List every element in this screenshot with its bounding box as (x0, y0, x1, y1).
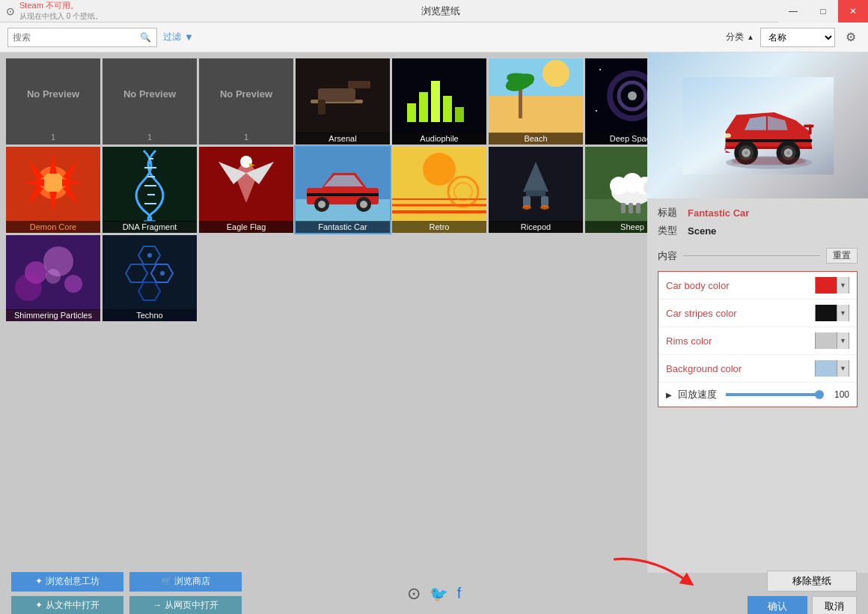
list-item[interactable]: No Preview 1 (103, 58, 197, 145)
rims-color-dropdown-icon[interactable]: ▼ (837, 332, 849, 349)
reset-button[interactable]: 重置 (826, 248, 858, 264)
content-label: 内容 (658, 249, 677, 263)
rims-color-label: Rims color (666, 335, 815, 347)
grid-item-label: Beach (489, 133, 583, 145)
svg-rect-69 (526, 190, 545, 196)
svg-point-13 (542, 60, 569, 87)
speed-slider[interactable] (726, 393, 819, 396)
confirm-button[interactable]: 确认 (748, 596, 807, 615)
car-body-color-dropdown-icon[interactable]: ▼ (837, 277, 849, 294)
list-item[interactable]: Demon Core (6, 147, 100, 233)
no-preview-count: 1 (244, 133, 248, 142)
maximize-button[interactable]: □ (808, 0, 838, 22)
list-item[interactable]: Techno (103, 235, 197, 321)
settings-gear-button[interactable]: ⚙ (841, 28, 861, 47)
title-row: 标题 Fantastic Car (658, 206, 858, 219)
bottom-btn-row-2: ✦ 从文件中打开 → 从网页中打开 (11, 596, 242, 615)
svg-rect-83 (636, 203, 641, 213)
svg-rect-82 (629, 203, 633, 213)
background-color-dropdown-icon[interactable]: ▼ (837, 360, 849, 377)
svg-point-23 (596, 110, 597, 112)
titlebar-left: ⊙ Steam 不可用。 从现在中找入 0 个壁纸。 (0, 0, 103, 22)
no-preview-text: No Preview (220, 88, 272, 100)
sort-section: 分类 ▲ (726, 31, 754, 43)
svg-point-21 (599, 69, 601, 70)
list-item[interactable]: Arsenal (296, 58, 390, 145)
list-item[interactable]: DNA Fragment (103, 147, 197, 233)
speed-slider-fill (726, 393, 819, 396)
grid-item-label: Ricepod (489, 221, 583, 233)
rims-color-button[interactable]: ▼ (815, 332, 849, 349)
car-stripes-color-dropdown-icon[interactable]: ▼ (837, 305, 849, 321)
list-item[interactable]: No Preview 1 (199, 58, 293, 145)
meta-section: 标题 Fantastic Car 类型 Scene (647, 198, 868, 245)
type-label: 类型 (658, 224, 688, 237)
steam-icon-small: ⊙ (6, 5, 15, 17)
background-color-button[interactable]: ▼ (815, 360, 849, 377)
remove-wallpaper-button[interactable]: 移除壁纸 (767, 571, 857, 592)
background-swatch (816, 360, 837, 377)
list-item[interactable]: Ricepod (489, 147, 583, 233)
no-preview-text: No Preview (27, 88, 79, 100)
title-value: Fantastic Car (688, 207, 749, 219)
svg-point-110 (786, 151, 789, 154)
title-label: 标题 (658, 206, 688, 219)
search-icon[interactable]: 🔍 (140, 32, 151, 43)
speed-expand-icon[interactable]: ▶ (666, 391, 672, 399)
list-item[interactable]: Shimmering Particles (6, 235, 100, 321)
right-toolbar: 分类 ▲ 名称 ⚙ (726, 28, 861, 47)
browse-workshop-button[interactable]: ✦ 浏览创意工坊 (11, 572, 123, 592)
grid-item-label: Sheep (585, 221, 647, 233)
social-icons: ⊙ 🐦 f (407, 584, 462, 604)
filter-label: 过滤 (163, 31, 181, 43)
filter-button[interactable]: 过滤 ▼ (163, 31, 194, 43)
car-stripes-color-button[interactable]: ▼ (815, 305, 849, 321)
svg-point-88 (64, 275, 82, 293)
grid-item-label: Techno (103, 309, 197, 321)
svg-rect-55 (307, 193, 379, 196)
browse-store-button[interactable]: 🛒 浏览商店 (129, 572, 242, 592)
grid-item-label: Deep Space (585, 133, 647, 145)
svg-rect-81 (621, 203, 626, 213)
color-options-panel: Car body color ▼ Car stripes color ▼ Rim… (658, 271, 858, 407)
steam-sub-text: 从现在中找入 0 个壁纸。 (19, 11, 103, 22)
cancel-button[interactable]: 取消 (812, 596, 857, 615)
svg-point-96 (147, 253, 152, 258)
svg-rect-17 (585, 58, 647, 133)
svg-point-27 (43, 172, 64, 193)
list-item[interactable]: Fantastic Car (296, 147, 390, 233)
search-input[interactable] (13, 32, 140, 43)
car-body-color-button[interactable]: ▼ (815, 277, 849, 294)
no-preview-count: 1 (51, 133, 55, 142)
minimize-button[interactable]: — (778, 0, 808, 22)
svg-point-59 (360, 201, 367, 208)
wallpaper-grid: No Preview 1 No Preview 1 No Preview 1 (6, 58, 641, 321)
twitter-social-icon[interactable]: 🐦 (430, 585, 448, 603)
facebook-social-icon[interactable]: f (457, 585, 462, 602)
svg-point-106 (744, 151, 747, 154)
open-file-button[interactable]: ✦ 从文件中打开 (11, 596, 123, 615)
list-item[interactable]: Audiophile (392, 58, 486, 145)
speed-slider-thumb[interactable] (815, 390, 824, 399)
list-item[interactable]: Beach (489, 58, 583, 145)
arrow-indicator (606, 552, 696, 592)
svg-rect-9 (443, 96, 452, 122)
list-item[interactable]: Eagle Flag (199, 147, 293, 233)
car-stripes-color-label: Car stripes color (666, 308, 815, 319)
svg-rect-4 (318, 100, 326, 115)
toolbar: 🔍 过滤 ▼ 分类 ▲ 名称 ⚙ (0, 22, 868, 52)
name-sort-select[interactable]: 名称 (760, 28, 835, 47)
close-button[interactable]: ✕ (838, 0, 868, 22)
list-item[interactable]: Deep Space (585, 58, 647, 145)
car-body-color-label: Car body color (666, 280, 815, 291)
open-web-button[interactable]: → 从网页中打开 (129, 596, 242, 615)
list-item[interactable]: Retro (392, 147, 486, 233)
list-item[interactable]: No Preview 1 (6, 58, 100, 145)
grid-item-label: Arsenal (296, 133, 390, 145)
list-item[interactable]: Sheep (585, 147, 647, 233)
steam-social-icon[interactable]: ⊙ (407, 584, 421, 604)
speed-label: 回放速度 (678, 388, 717, 401)
content-divider (683, 255, 820, 256)
grid-item-label: Fantastic Car (296, 221, 390, 233)
bottom-bar: ✦ 浏览创意工坊 🛒 浏览商店 ✦ 从文件中打开 → 从网页中打开 ⊙ 🐦 f … (0, 573, 868, 614)
